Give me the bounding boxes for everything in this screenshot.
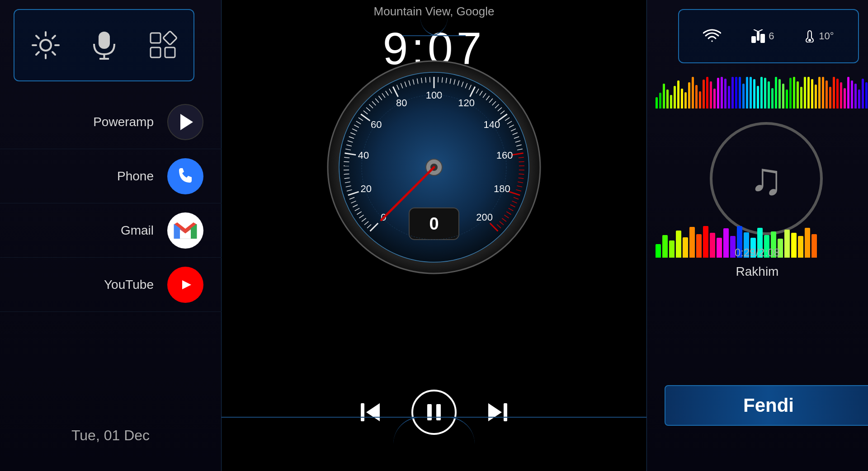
phone-icon [167, 158, 203, 194]
svg-line-6 [52, 52, 55, 55]
eq-bar [684, 92, 687, 108]
eq-bar [804, 77, 806, 108]
eq-bar [739, 77, 741, 108]
svg-line-7 [36, 52, 39, 55]
prev-button[interactable] [357, 399, 384, 426]
svg-line-65 [344, 161, 349, 162]
svg-text:80: 80 [396, 97, 407, 108]
eq-bar [753, 79, 755, 108]
eq-bar [858, 89, 860, 108]
status-bar: 6 10° [678, 9, 859, 63]
eq-bar [717, 78, 719, 108]
svg-line-98 [438, 77, 439, 82]
svg-line-62 [344, 174, 349, 174]
settings-button[interactable] [30, 29, 61, 61]
svg-rect-147 [504, 403, 507, 421]
eq-bar [829, 87, 831, 108]
eq-bar [818, 77, 821, 108]
svg-marker-144 [366, 403, 380, 421]
svg-line-17 [758, 29, 763, 32]
svg-text:0: 0 [429, 214, 439, 233]
eq-bar [757, 86, 759, 108]
svg-text:60: 60 [371, 119, 382, 130]
eq-bar [742, 84, 745, 108]
svg-point-0 [40, 40, 51, 51]
eq-bar [797, 81, 799, 108]
location-display: Mountain View, Google [222, 5, 646, 19]
gmail-icon [167, 212, 203, 249]
eq-bar [771, 88, 774, 108]
eq-bar [775, 77, 777, 108]
svg-rect-19 [757, 32, 760, 41]
youtube-item[interactable]: YouTube [0, 258, 222, 312]
svg-line-31 [519, 174, 524, 174]
eq-bar [793, 77, 795, 108]
eq-bar [728, 86, 730, 108]
right-panel: 6 10° ♫ 0:29/2:08 Rakhim Fendi [646, 0, 868, 471]
next-button[interactable] [484, 399, 511, 426]
eq-bar [844, 88, 846, 108]
eq-bar [833, 77, 835, 108]
music-circle[interactable]: ♫ [710, 122, 823, 235]
eq-bar [656, 97, 658, 108]
play-pause-button[interactable] [411, 390, 457, 435]
eq-bar [778, 79, 781, 108]
app-list: Poweramp Phone Gmail [0, 95, 222, 312]
svg-rect-13 [163, 31, 177, 45]
top-equalizer [656, 77, 859, 108]
apps-button[interactable] [147, 29, 179, 61]
svg-rect-20 [751, 36, 756, 43]
poweramp-icon [167, 104, 203, 140]
eq-bar [865, 82, 868, 108]
svg-text:180: 180 [494, 183, 510, 194]
eq-bar [768, 81, 770, 108]
phone-item[interactable]: Phone [0, 149, 222, 203]
gmail-item[interactable]: Gmail [0, 203, 222, 258]
eq-bar [721, 77, 723, 108]
eq-bar [688, 82, 690, 108]
eq-bar [699, 91, 701, 108]
left-panel: Poweramp Phone Gmail [0, 0, 222, 471]
svg-text:140: 140 [483, 119, 500, 130]
music-note-icon: ♫ [750, 153, 783, 205]
speedometer: 020406080100120140160180200 0 [326, 59, 542, 276]
song-banner[interactable]: Fendi [665, 385, 868, 426]
eq-bar [735, 77, 737, 108]
eq-bar [703, 80, 705, 108]
eq-bar [659, 93, 661, 108]
eq-bar [731, 77, 734, 108]
svg-marker-16 [182, 280, 191, 289]
eq-bar [826, 80, 828, 108]
svg-rect-9 [99, 32, 110, 49]
poweramp-label: Poweramp [18, 115, 154, 129]
svg-point-22 [808, 39, 811, 42]
svg-line-28 [519, 161, 524, 162]
pause-bar-right [436, 404, 441, 420]
youtube-label: YouTube [18, 278, 154, 292]
eq-bar [724, 79, 726, 108]
mic-button[interactable] [92, 29, 117, 61]
eq-bar [674, 86, 676, 108]
eq-bar [807, 77, 810, 108]
temperature-value: 10° [819, 30, 834, 42]
youtube-icon [167, 267, 203, 303]
center-panel: Mountain View, Google 9:07 [222, 0, 646, 471]
pause-bar-left [427, 404, 432, 420]
signal-status: 6 [751, 29, 774, 43]
poweramp-play-triangle [180, 114, 193, 130]
svg-line-96 [430, 77, 430, 82]
svg-rect-12 [151, 33, 160, 43]
svg-text:200: 200 [476, 212, 493, 223]
track-time: 0:29/2:08 [646, 246, 868, 259]
eq-bar [666, 89, 669, 108]
poweramp-item[interactable]: Poweramp [0, 95, 222, 149]
song-name: Fendi [743, 395, 794, 416]
eq-bar [811, 79, 813, 108]
svg-line-8 [52, 36, 55, 38]
eq-bar [681, 89, 683, 108]
top-left-controls [14, 9, 194, 81]
eq-bar [836, 79, 839, 108]
svg-rect-145 [361, 403, 364, 421]
svg-text:160: 160 [496, 150, 513, 161]
svg-text:120: 120 [458, 97, 475, 108]
